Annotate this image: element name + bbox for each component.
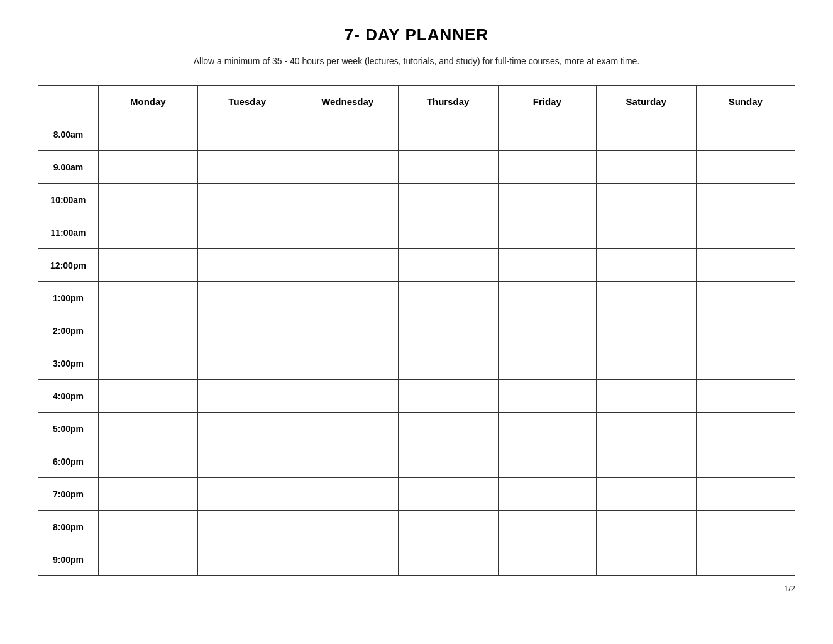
entry-cell-sunday[interactable] [696, 543, 795, 576]
entry-cell-monday[interactable] [98, 413, 197, 445]
entry-cell-saturday[interactable] [596, 478, 696, 511]
entry-cell-friday[interactable] [498, 314, 596, 347]
entry-cell-wednesday[interactable] [297, 511, 398, 543]
entry-cell-monday[interactable] [98, 282, 197, 314]
entry-cell-tuesday[interactable] [197, 118, 297, 151]
entry-cell-sunday[interactable] [696, 282, 795, 314]
entry-cell-thursday[interactable] [398, 380, 498, 413]
time-cell: 8:00pm [38, 511, 99, 543]
entry-cell-monday[interactable] [98, 216, 197, 249]
entry-cell-wednesday[interactable] [297, 543, 398, 576]
entry-cell-thursday[interactable] [398, 413, 498, 445]
entry-cell-tuesday[interactable] [197, 184, 297, 216]
entry-cell-friday[interactable] [498, 118, 596, 151]
entry-cell-friday[interactable] [498, 151, 596, 184]
entry-cell-friday[interactable] [498, 184, 596, 216]
entry-cell-tuesday[interactable] [197, 511, 297, 543]
entry-cell-tuesday[interactable] [197, 445, 297, 478]
entry-cell-tuesday[interactable] [197, 478, 297, 511]
entry-cell-monday[interactable] [98, 511, 197, 543]
entry-cell-sunday[interactable] [696, 445, 795, 478]
entry-cell-wednesday[interactable] [297, 413, 398, 445]
entry-cell-sunday[interactable] [696, 249, 795, 282]
entry-cell-sunday[interactable] [696, 413, 795, 445]
entry-cell-tuesday[interactable] [197, 380, 297, 413]
entry-cell-friday[interactable] [498, 282, 596, 314]
entry-cell-sunday[interactable] [696, 118, 795, 151]
entry-cell-sunday[interactable] [696, 478, 795, 511]
entry-cell-thursday[interactable] [398, 445, 498, 478]
entry-cell-thursday[interactable] [398, 184, 498, 216]
entry-cell-monday[interactable] [98, 347, 197, 380]
entry-cell-saturday[interactable] [596, 118, 696, 151]
entry-cell-monday[interactable] [98, 118, 197, 151]
entry-cell-wednesday[interactable] [297, 151, 398, 184]
entry-cell-sunday[interactable] [696, 380, 795, 413]
entry-cell-friday[interactable] [498, 413, 596, 445]
entry-cell-saturday[interactable] [596, 216, 696, 249]
entry-cell-thursday[interactable] [398, 216, 498, 249]
entry-cell-monday[interactable] [98, 184, 197, 216]
entry-cell-saturday[interactable] [596, 413, 696, 445]
entry-cell-tuesday[interactable] [197, 347, 297, 380]
entry-cell-thursday[interactable] [398, 249, 498, 282]
table-row: 7:00pm [38, 478, 795, 511]
entry-cell-sunday[interactable] [696, 511, 795, 543]
entry-cell-saturday[interactable] [596, 184, 696, 216]
entry-cell-sunday[interactable] [696, 314, 795, 347]
entry-cell-tuesday[interactable] [197, 282, 297, 314]
entry-cell-monday[interactable] [98, 478, 197, 511]
entry-cell-saturday[interactable] [596, 511, 696, 543]
entry-cell-wednesday[interactable] [297, 347, 398, 380]
entry-cell-thursday[interactable] [398, 543, 498, 576]
entry-cell-friday[interactable] [498, 511, 596, 543]
entry-cell-thursday[interactable] [398, 478, 498, 511]
entry-cell-sunday[interactable] [696, 347, 795, 380]
entry-cell-thursday[interactable] [398, 282, 498, 314]
entry-cell-friday[interactable] [498, 347, 596, 380]
entry-cell-wednesday[interactable] [297, 314, 398, 347]
entry-cell-friday[interactable] [498, 216, 596, 249]
entry-cell-saturday[interactable] [596, 543, 696, 576]
entry-cell-saturday[interactable] [596, 347, 696, 380]
entry-cell-thursday[interactable] [398, 151, 498, 184]
entry-cell-sunday[interactable] [696, 184, 795, 216]
entry-cell-wednesday[interactable] [297, 216, 398, 249]
entry-cell-tuesday[interactable] [197, 216, 297, 249]
entry-cell-tuesday[interactable] [197, 543, 297, 576]
entry-cell-wednesday[interactable] [297, 445, 398, 478]
entry-cell-monday[interactable] [98, 543, 197, 576]
entry-cell-sunday[interactable] [696, 151, 795, 184]
entry-cell-thursday[interactable] [398, 511, 498, 543]
entry-cell-friday[interactable] [498, 380, 596, 413]
entry-cell-friday[interactable] [498, 445, 596, 478]
entry-cell-saturday[interactable] [596, 445, 696, 478]
entry-cell-tuesday[interactable] [197, 151, 297, 184]
entry-cell-tuesday[interactable] [197, 249, 297, 282]
entry-cell-wednesday[interactable] [297, 249, 398, 282]
entry-cell-saturday[interactable] [596, 151, 696, 184]
entry-cell-wednesday[interactable] [297, 380, 398, 413]
entry-cell-saturday[interactable] [596, 380, 696, 413]
entry-cell-wednesday[interactable] [297, 184, 398, 216]
entry-cell-wednesday[interactable] [297, 282, 398, 314]
entry-cell-tuesday[interactable] [197, 413, 297, 445]
entry-cell-wednesday[interactable] [297, 118, 398, 151]
entry-cell-thursday[interactable] [398, 118, 498, 151]
entry-cell-friday[interactable] [498, 249, 596, 282]
entry-cell-saturday[interactable] [596, 314, 696, 347]
entry-cell-wednesday[interactable] [297, 478, 398, 511]
entry-cell-thursday[interactable] [398, 314, 498, 347]
entry-cell-sunday[interactable] [696, 216, 795, 249]
entry-cell-thursday[interactable] [398, 347, 498, 380]
entry-cell-saturday[interactable] [596, 282, 696, 314]
entry-cell-tuesday[interactable] [197, 314, 297, 347]
entry-cell-monday[interactable] [98, 249, 197, 282]
entry-cell-friday[interactable] [498, 478, 596, 511]
entry-cell-friday[interactable] [498, 543, 596, 576]
entry-cell-monday[interactable] [98, 151, 197, 184]
entry-cell-monday[interactable] [98, 380, 197, 413]
entry-cell-monday[interactable] [98, 314, 197, 347]
entry-cell-saturday[interactable] [596, 249, 696, 282]
entry-cell-monday[interactable] [98, 445, 197, 478]
